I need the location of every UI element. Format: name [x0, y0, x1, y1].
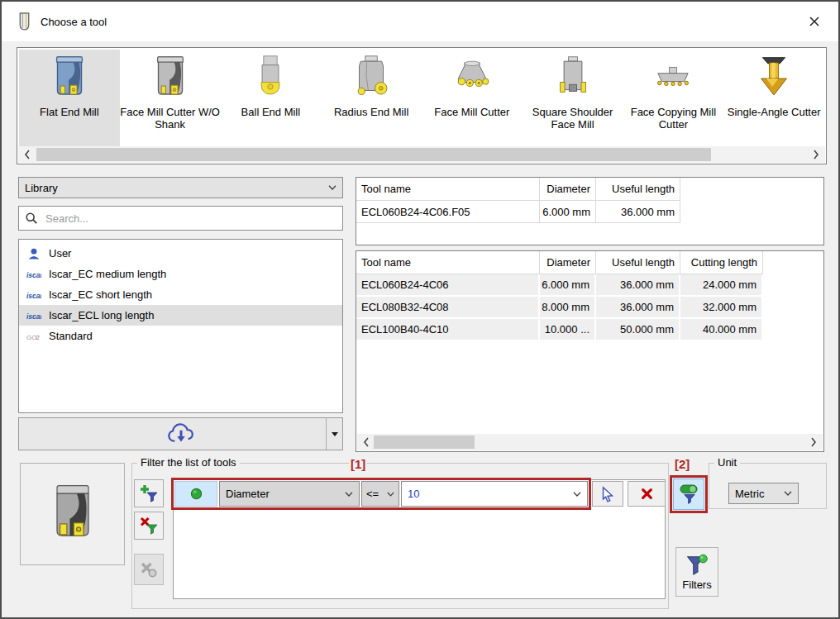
library-dropdown-value: Library	[25, 182, 58, 194]
library-dropdown[interactable]: Library	[18, 177, 343, 198]
tool-strip-scrollbar[interactable]	[18, 146, 825, 163]
filter-operator-dropdown[interactable]: <=	[361, 481, 399, 507]
download-dropdown-arrow[interactable]	[326, 418, 342, 450]
tool-type-item[interactable]: Face Mill Cutter W/O Shank	[120, 50, 221, 147]
disabled-x-icon	[140, 560, 158, 579]
tool-type-item[interactable]: Ball End Mill	[221, 50, 322, 147]
toggle-filter-button[interactable]	[673, 479, 704, 510]
library-tree-label: Iscar_EC medium length	[49, 268, 166, 280]
annotation-label-2: [2]	[673, 457, 691, 471]
scroll-left-icon[interactable]	[359, 434, 374, 450]
add-filter-button[interactable]	[134, 479, 164, 507]
iscar-icon	[26, 310, 41, 321]
library-tree-item[interactable]: Iscar_ECL long length	[19, 305, 342, 326]
column-header[interactable]: Tool name	[356, 251, 540, 274]
tool-type-item[interactable]: Single-Angle Cutter	[723, 50, 824, 147]
filter-operator-value: <=	[366, 488, 379, 500]
tool-type-label: Square Shoulder Face Mill	[523, 106, 623, 131]
tool-type-item[interactable]: Flat End Mill	[19, 50, 120, 147]
filter-value: 10	[408, 488, 419, 500]
library-tree-item[interactable]: Iscar_EC short length	[19, 284, 342, 305]
chevron-down-icon	[328, 185, 336, 190]
table-header-row: Tool nameDiameterUseful lengthCutting le…	[356, 251, 823, 274]
square-shoulder-face-mill-icon	[548, 55, 598, 102]
tool-type-strip: Flat End Mill Face Mill Cutter W/O Shank…	[17, 47, 827, 164]
column-header[interactable]: Cutting length	[680, 251, 763, 274]
remove-filter-row-button[interactable]	[628, 481, 666, 507]
iscar-icon	[26, 289, 41, 301]
column-header[interactable]: Useful length	[596, 251, 680, 274]
face-mill-wo-shank-icon	[146, 55, 195, 102]
tool-type-label: Ball End Mill	[241, 106, 301, 118]
filters-icon	[685, 554, 709, 577]
library-tree: User Iscar_EC medium length Iscar_EC sho…	[18, 239, 343, 413]
scrollbar-thumb[interactable]	[374, 436, 475, 449]
table-header-row: Tool nameDiameterUseful length	[356, 178, 823, 201]
delete-filter-button[interactable]	[134, 512, 164, 540]
table-row[interactable]: ECL060B24-4C06.F05 6.000 mm 36.000 mm	[356, 201, 823, 223]
table-scrollbar[interactable]	[357, 434, 823, 450]
library-tree-label: Iscar_ECL long length	[49, 309, 154, 321]
column-header[interactable]: Diameter	[540, 251, 596, 274]
window-title: Choose a tool	[41, 16, 107, 28]
radius-end-mill-icon	[346, 55, 396, 102]
library-tools-table: Tool nameDiameterUseful lengthCutting le…	[356, 250, 824, 452]
add-filter-icon	[140, 484, 158, 502]
selected-tool-table: Tool nameDiameterUseful length ECL060B24…	[356, 177, 824, 245]
download-from-cloud-button[interactable]	[18, 417, 343, 450]
tool-type-label: Single-Angle Cutter	[728, 106, 821, 118]
tool-type-label: Face Mill Cutter	[434, 106, 509, 118]
table-row[interactable]: ECL080B32-4C08 8.000 mm 36.000 mm 32.000…	[356, 297, 823, 319]
triangle-down-icon	[332, 432, 338, 436]
cursor-arrow-icon	[599, 486, 616, 502]
tool-type-list: Flat End Mill Face Mill Cutter W/O Shank…	[19, 50, 824, 147]
search-icon	[25, 212, 38, 225]
tool-type-item[interactable]: Radius End Mill	[321, 50, 422, 147]
title-bar: Choose a tool	[2, 2, 838, 41]
tool-type-label: Radius End Mill	[334, 106, 408, 118]
red-x-icon	[641, 488, 653, 500]
library-tree-label: Iscar_EC short length	[49, 288, 152, 301]
filters-button-label: Filters	[682, 579, 711, 591]
library-tree-label: User	[49, 247, 71, 260]
tool-preview	[20, 463, 125, 565]
flat-end-mill-icon	[45, 55, 94, 102]
unit-group-label: Unit	[714, 456, 740, 469]
filter-group-label: Filter the list of tools	[137, 456, 240, 469]
filter-status-cell[interactable]	[174, 481, 217, 507]
filters-button[interactable]: Filters	[675, 547, 718, 597]
standard-icon	[26, 331, 41, 342]
green-dot-icon	[190, 488, 203, 500]
scroll-right-icon[interactable]	[809, 146, 823, 163]
face-mill-cutter-icon	[447, 55, 497, 102]
tool-type-item[interactable]: Face Copying Mill Cutter	[623, 50, 724, 147]
scrollbar-thumb[interactable]	[36, 148, 711, 161]
table-row[interactable]: ECL100B40-4C10 10.000 ... 50.000 mm 40.0…	[356, 319, 823, 341]
library-tree-item[interactable]: Iscar_EC medium length	[19, 264, 342, 284]
close-button[interactable]	[797, 8, 832, 35]
ball-end-mill-icon	[246, 55, 295, 102]
cloud-download-icon	[165, 423, 197, 445]
tool-type-label: Flat End Mill	[40, 106, 99, 118]
chevron-down-icon	[387, 492, 394, 497]
library-tree-item[interactable]: User	[19, 243, 342, 264]
column-header[interactable]: Useful length	[596, 178, 680, 201]
library-tree-item[interactable]: Standard	[19, 326, 342, 346]
search-input[interactable]	[44, 212, 336, 226]
table-row[interactable]: ECL060B24-4C06 6.000 mm 36.000 mm 24.000…	[356, 274, 823, 297]
tool-preview-image	[41, 479, 104, 550]
unit-dropdown[interactable]: Metric	[728, 483, 799, 504]
filter-attribute-dropdown[interactable]: Diameter	[219, 481, 360, 507]
end-mill-tool-icon	[18, 12, 31, 31]
filter-value-combobox[interactable]: 10	[401, 481, 588, 507]
column-header[interactable]: Tool name	[356, 178, 540, 201]
single-angle-cutter-icon	[749, 55, 799, 102]
column-header[interactable]: Diameter	[540, 178, 596, 201]
scroll-left-icon[interactable]	[20, 146, 35, 163]
tool-type-item[interactable]: Square Shoulder Face Mill	[523, 50, 623, 147]
tool-type-item[interactable]: Face Mill Cutter	[422, 50, 523, 147]
unit-dropdown-value: Metric	[735, 488, 764, 500]
choose-a-tool-dialog: Choose a tool Flat End Mill Face Mill Cu…	[0, 0, 840, 619]
scroll-right-icon[interactable]	[806, 434, 821, 450]
pick-value-button[interactable]	[592, 481, 623, 507]
